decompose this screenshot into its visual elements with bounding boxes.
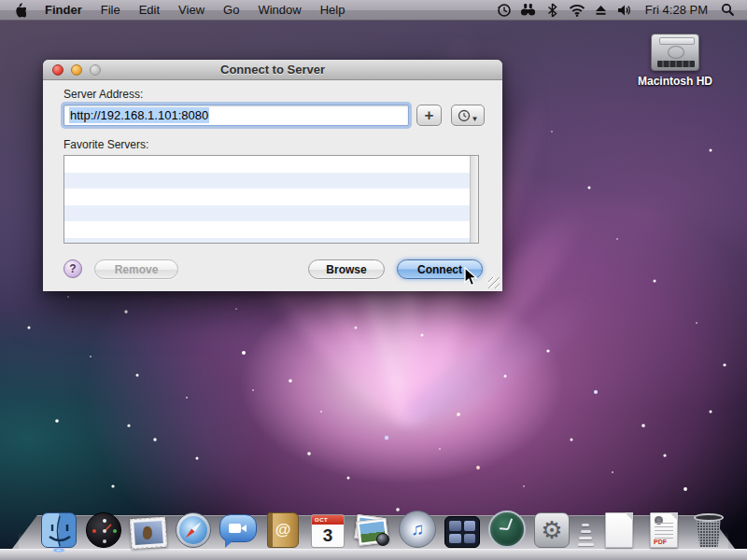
- apple-menu[interactable]: [0, 2, 37, 18]
- stamp-image: [134, 521, 163, 545]
- add-favorite-button[interactable]: +: [416, 105, 442, 126]
- divider-dash: [582, 524, 589, 526]
- clock-hand: [500, 527, 508, 530]
- spaces-pane: [449, 521, 461, 531]
- compass-needle: [184, 521, 204, 540]
- pdf-document-icon: PDF: [650, 512, 678, 548]
- address-book-icon: @: [267, 512, 299, 548]
- dock-item-trash[interactable]: [689, 507, 728, 548]
- recent-servers-button[interactable]: ▼: [451, 105, 485, 126]
- camera-lens: [376, 533, 389, 546]
- divider-dash: [578, 543, 594, 546]
- menu-item-help[interactable]: Help: [311, 0, 355, 21]
- trash-icon: [693, 512, 725, 548]
- trash-rim: [694, 513, 724, 522]
- desktop-icon-macintosh-hd[interactable]: Macintosh HD: [635, 34, 715, 88]
- dock-item-dashboard[interactable]: [84, 507, 123, 548]
- window-titlebar[interactable]: Connect to Server: [43, 60, 502, 80]
- menu-item-go[interactable]: Go: [214, 0, 248, 21]
- hard-drive-icon: [651, 34, 699, 71]
- safari-icon: [176, 512, 211, 548]
- server-address-label: Server Address:: [63, 88, 143, 101]
- dock-item-ical[interactable]: OCT 3: [308, 507, 347, 548]
- close-button[interactable]: [52, 64, 63, 76]
- menu-item-view[interactable]: View: [169, 0, 214, 21]
- menu-item-edit[interactable]: Edit: [130, 0, 169, 21]
- dock-item-finder[interactable]: [39, 507, 78, 548]
- zoom-button-disabled: [90, 64, 101, 76]
- volume-menu-icon[interactable]: [617, 3, 634, 18]
- dock-item-document[interactable]: [599, 507, 639, 548]
- dock-item-time-machine[interactable]: [487, 507, 527, 548]
- dock-item-spaces[interactable]: [443, 507, 482, 548]
- menu-item-file[interactable]: File: [92, 0, 130, 21]
- stamp-eagle: [142, 525, 153, 539]
- page-fold: [625, 512, 633, 521]
- eject-menu-icon[interactable]: [593, 3, 610, 18]
- browse-button[interactable]: Browse: [308, 259, 385, 279]
- music-note-glyph: ♫: [411, 519, 424, 539]
- window-controls: [52, 64, 101, 76]
- help-question-icon: ?: [69, 262, 76, 275]
- server-address-selected-text: http://192.168.1.101:8080: [69, 107, 209, 123]
- dock-item-safari[interactable]: [174, 507, 213, 548]
- mouse-cursor: [464, 267, 480, 287]
- dock-item-mail[interactable]: [129, 507, 168, 548]
- dock-item-pdf-document[interactable]: PDF: [644, 507, 684, 548]
- mail-icon: [130, 517, 167, 550]
- dock-item-address-book[interactable]: @: [263, 507, 303, 548]
- divider-dash: [581, 530, 591, 533]
- menu-bar-clock[interactable]: Fri 4:28 PM: [641, 3, 712, 17]
- finder-icon: [41, 512, 77, 548]
- dashboard-icon: [86, 512, 121, 548]
- spaces-icon: [444, 516, 480, 548]
- dock-shelf-front: [0, 549, 747, 560]
- window-resize-grip[interactable]: [488, 277, 500, 288]
- dock: @ OCT 3 ♫: [0, 498, 747, 560]
- favorite-servers-label: Favorite Servers:: [63, 138, 148, 151]
- menu-item-finder[interactable]: Finder: [37, 0, 92, 21]
- window-title: Connect to Server: [220, 63, 325, 77]
- minimize-button[interactable]: [71, 64, 82, 76]
- system-preferences-icon: ⚙: [534, 512, 570, 548]
- hard-drive-platter: [668, 46, 684, 59]
- apple-logo-icon: [13, 2, 26, 18]
- bluetooth-menu-icon[interactable]: [544, 3, 561, 18]
- spaces-pane: [449, 534, 461, 544]
- spotlight-icon[interactable]: [719, 3, 736, 18]
- pdf-text-lines: [655, 523, 673, 539]
- help-button[interactable]: ?: [63, 259, 82, 278]
- time-machine-icon: [488, 511, 526, 548]
- ichat-icon: [219, 514, 257, 542]
- desktop-icon-label: Macintosh HD: [635, 75, 715, 88]
- connect-to-server-window: Connect to Server Server Address: http:/…: [43, 60, 502, 291]
- dock-icons: @ OCT 3 ♫: [39, 507, 728, 548]
- pdf-label: PDF: [654, 539, 667, 545]
- finder-running-indicator: [52, 548, 65, 553]
- video-camera-glyph: [229, 524, 241, 533]
- wifi-menu-icon[interactable]: [569, 3, 585, 18]
- dock-item-iphoto[interactable]: [353, 507, 392, 548]
- dock-item-system-preferences[interactable]: ⚙: [532, 507, 571, 548]
- dock-item-ichat[interactable]: [218, 507, 258, 548]
- recent-clock-icon: [458, 109, 471, 122]
- bubble-tail: [225, 540, 233, 548]
- dock-divider: [577, 511, 594, 548]
- iphoto-icon: [354, 514, 391, 548]
- menu-bar-status-area: Fri 4:28 PM: [496, 3, 747, 18]
- time-machine-menu-icon[interactable]: [496, 3, 513, 18]
- calendar-month-band: OCT: [312, 515, 344, 525]
- binoculars-menu-icon[interactable]: [520, 3, 537, 18]
- server-address-input[interactable]: http://192.168.1.101:8080: [63, 105, 409, 126]
- menu-bar: Finder File Edit View Go Window Help: [0, 0, 747, 21]
- divider-dash: [579, 537, 592, 539]
- remove-button-disabled: Remove: [94, 259, 178, 279]
- itunes-icon: ♫: [399, 511, 436, 548]
- menu-item-window[interactable]: Window: [248, 0, 310, 21]
- list-scrollbar[interactable]: [470, 156, 478, 243]
- favorite-servers-list[interactable]: [63, 155, 479, 244]
- spaces-pane: [464, 521, 476, 531]
- page-fold: [669, 512, 678, 521]
- dock-item-itunes[interactable]: ♫: [398, 507, 437, 548]
- chevron-down-icon: ▼: [472, 115, 479, 123]
